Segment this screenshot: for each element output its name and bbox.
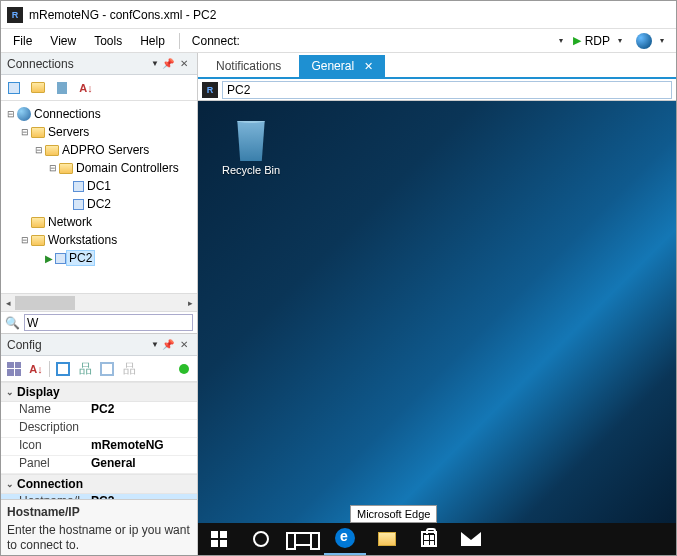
play-icon: ▶ [573,34,581,47]
expander-icon[interactable]: ⊟ [19,126,31,138]
property-grid[interactable]: ⌄ Display Name PC2 Description Icon mRem… [1,382,197,500]
connect-host-dropdown[interactable]: ▾ [555,36,567,45]
search-icon: 🔍 [5,316,20,330]
prop-value[interactable]: PC2 [91,402,197,419]
taskbar-edge[interactable] [324,523,366,555]
cortana-button[interactable] [240,523,282,555]
prop-value[interactable]: mRemoteNG [91,438,197,455]
svg-rect-1 [220,531,227,538]
chevron-down-icon: ⌄ [3,479,17,489]
tab-label: General [311,59,354,73]
tree-item-dc2[interactable]: DC2 [3,195,195,213]
remote-desktop-view[interactable]: Recycle Bin Microsoft Edge [198,101,676,555]
pin-icon[interactable]: 📌 [161,338,175,352]
tree-item-pc2[interactable]: ▶ PC2 [3,249,195,267]
left-pane: Connections ▼ 📌 ✕ A↓ ⊟ Connections ⊟ Ser… [1,53,198,555]
alphabetical-button[interactable]: A↓ [27,360,45,378]
pin-icon[interactable]: 📌 [161,57,175,71]
sort-button[interactable]: A↓ [77,79,95,97]
tree-folder-domaincontrollers[interactable]: ⊟ Domain Controllers [3,159,195,177]
window-title: mRemoteNG - confCons.xml - PC2 [29,8,216,22]
tree-folder-adpro[interactable]: ⊟ ADPRO Servers [3,141,195,159]
expander-icon[interactable]: ⊟ [5,108,17,120]
menu-file[interactable]: File [5,31,40,51]
tree-folder-servers[interactable]: ⊟ Servers [3,123,195,141]
tree-folder-workstations[interactable]: ⊟ Workstations [3,231,195,249]
tree-label: Domain Controllers [73,160,182,176]
prop-category-connection[interactable]: ⌄ Connection [1,474,197,494]
tree-root-connections[interactable]: ⊟ Connections [3,105,195,123]
folder-icon [45,145,59,156]
tree-label: DC1 [84,178,114,194]
scroll-thumb[interactable] [15,296,75,310]
folder-icon [59,163,73,174]
view-button[interactable] [53,79,71,97]
config-panel-title: Config [7,338,151,352]
panel-menu-icon[interactable]: ▼ [151,340,159,349]
tree-label: Network [45,214,95,230]
scroll-right-icon[interactable]: ▸ [183,294,197,312]
panel-menu-icon[interactable]: ▼ [151,59,159,68]
prop-btn-4[interactable]: 品 [120,360,138,378]
protocol-selector[interactable]: ▶ RDP ▾ [569,32,630,50]
prop-row-description[interactable]: Description [1,420,197,438]
connections-panel-header[interactable]: Connections ▼ 📌 ✕ [1,53,197,75]
prop-row-icon[interactable]: Icon mRemoteNG [1,438,197,456]
close-icon[interactable]: ✕ [364,60,373,73]
prop-row-panel[interactable]: Panel General [1,456,197,474]
menubar: File View Tools Help Connect: ▾ ▶ RDP ▾ … [1,29,676,53]
edge-icon [335,528,355,548]
tree-label: ADPRO Servers [59,142,152,158]
expander-icon[interactable]: ⊟ [19,234,31,246]
external-tools-button[interactable]: ▾ [632,31,672,51]
session-title-input[interactable] [222,81,672,99]
prop-row-name[interactable]: Name PC2 [1,402,197,420]
play-icon: ▶ [45,253,53,264]
taskbar-explorer[interactable] [366,523,408,555]
prop-btn-3[interactable] [98,360,116,378]
svg-rect-2 [211,540,218,547]
expander-spacer [19,216,31,228]
prop-name: Name [1,402,91,419]
taskbar-mail[interactable] [450,523,492,555]
prop-category-display[interactable]: ⌄ Display [1,382,197,402]
protocol-label: RDP [585,34,610,48]
expander-icon[interactable]: ⊟ [33,144,45,156]
menu-separator [179,33,180,49]
menu-help[interactable]: Help [132,31,173,51]
desktop-icon-recyclebin[interactable]: Recycle Bin [216,121,286,176]
expander-spacer [61,198,73,210]
tab-general[interactable]: General ✕ [299,55,385,77]
connections-tree[interactable]: ⊟ Connections ⊟ Servers ⊟ ADPRO Servers … [1,101,197,293]
taskbar-store[interactable] [408,523,450,555]
folder-icon [31,217,45,228]
new-connection-button[interactable] [5,79,23,97]
recycle-bin-icon [233,121,269,161]
close-icon[interactable]: ✕ [177,57,191,71]
prop-btn-1[interactable] [54,360,72,378]
new-folder-button[interactable] [29,79,47,97]
connections-search-input[interactable] [24,314,193,331]
tree-item-dc1[interactable]: DC1 [3,177,195,195]
categorized-button[interactable] [5,360,23,378]
mail-icon [461,532,481,546]
scroll-left-icon[interactable]: ◂ [1,294,15,312]
tree-h-scrollbar[interactable]: ◂ ▸ [1,293,197,311]
close-icon[interactable]: ✕ [177,338,191,352]
chevron-down-icon: ⌄ [3,387,17,397]
category-label: Display [17,385,60,399]
menu-tools[interactable]: Tools [86,31,130,51]
config-panel-header[interactable]: Config ▼ 📌 ✕ [1,334,197,356]
start-button[interactable] [198,523,240,555]
tab-notifications[interactable]: Notifications [204,55,293,77]
tree-label: Servers [45,124,92,140]
connect-label: Connect: [186,31,246,51]
expander-icon[interactable]: ⊟ [47,162,59,174]
prop-value[interactable] [91,420,197,437]
taskview-button[interactable] [282,523,324,555]
prop-value[interactable]: General [91,456,197,473]
menu-view[interactable]: View [42,31,84,51]
prop-name: Description [1,420,91,437]
tree-folder-network[interactable]: Network [3,213,195,231]
prop-btn-2[interactable]: 品 [76,360,94,378]
